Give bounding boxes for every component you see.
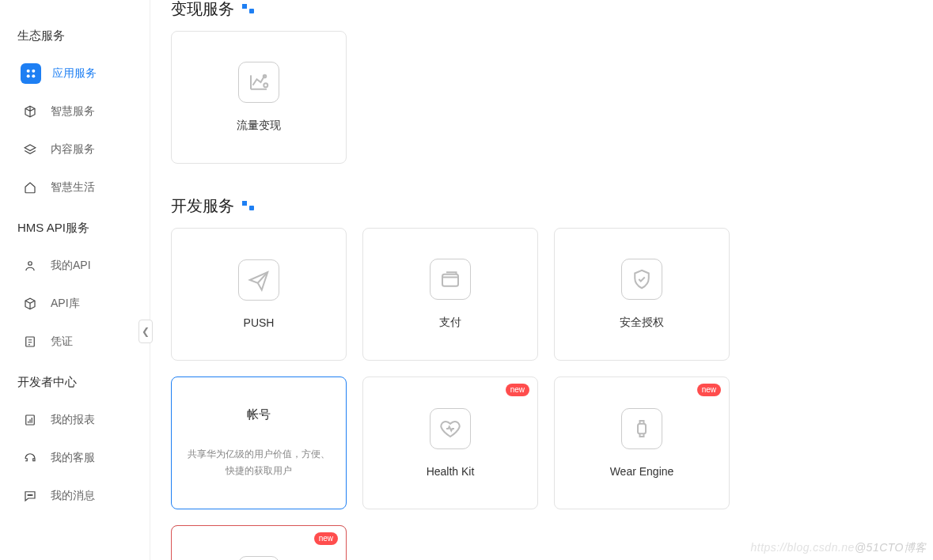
sidebar-item-label: 我的API: [51, 259, 91, 273]
sidebar-item-smart-service[interactable]: 智慧服务: [0, 93, 150, 131]
sidebar-item-smart-life[interactable]: 智慧生活: [0, 168, 150, 206]
paper-plane-icon: [238, 259, 279, 301]
sidebar-item-api-lib[interactable]: API库: [0, 285, 150, 323]
card-traffic-monetize[interactable]: 流量变现: [171, 31, 347, 164]
box-icon: [21, 294, 40, 313]
sidebar: 生态服务 应用服务 智慧服务 内容服务 智慧生活: [0, 0, 150, 560]
sidebar-item-my-support[interactable]: 我的客服: [0, 439, 150, 477]
chevron-left-icon: ❮: [142, 326, 150, 337]
svg-point-0: [27, 70, 30, 73]
svg-point-8: [29, 494, 30, 495]
chat-icon: [21, 486, 40, 505]
sidebar-item-label: 智慧服务: [51, 104, 95, 119]
svg-point-11: [264, 83, 267, 87]
home-icon: [21, 178, 40, 197]
svg-point-2: [27, 74, 30, 78]
sidebar-item-label: API库: [51, 297, 80, 311]
shield-check-icon: [621, 259, 662, 300]
cube-icon: [21, 102, 40, 121]
sidebar-item-my-messages[interactable]: 我的消息: [0, 477, 150, 515]
doc-check-icon: [238, 556, 279, 560]
sidebar-item-label: 内容服务: [51, 142, 95, 157]
section-title-develop: 开发服务: [171, 192, 919, 228]
sidebar-item-label: 智慧生活: [51, 180, 95, 195]
sidebar-collapse-toggle[interactable]: ❮: [138, 320, 153, 343]
sidebar-group-devcenter: 开发者中心: [0, 369, 150, 401]
new-badge: new: [314, 532, 338, 545]
watch-icon: [621, 408, 662, 449]
new-badge: new: [506, 384, 529, 396]
card-label: 支付: [439, 316, 461, 330]
card-account[interactable]: 帐号 共享华为亿级的用户价值，方便、快捷的获取用户: [171, 376, 347, 509]
sidebar-group-eco: 生态服务: [0, 22, 150, 55]
new-badge: new: [697, 384, 721, 396]
heart-icon: [430, 408, 471, 449]
sidebar-item-label: 我的客服: [51, 451, 95, 465]
report-icon: [21, 411, 40, 429]
card-label: 安全授权: [620, 316, 664, 330]
wallet-icon: [430, 259, 471, 300]
svg-rect-12: [442, 274, 458, 286]
card-hover-title: 帐号: [247, 407, 271, 422]
card-label: 流量变现: [237, 119, 281, 133]
sidebar-item-content-service[interactable]: 内容服务: [0, 131, 150, 168]
credential-icon: [21, 332, 40, 351]
svg-point-7: [28, 494, 28, 495]
person-api-icon: [21, 256, 40, 275]
card-label: Wear Engine: [610, 465, 674, 478]
svg-point-9: [32, 494, 32, 495]
sidebar-item-label: 凭证: [51, 335, 73, 349]
section-title-monetize: 变现服务: [171, 0, 919, 31]
card-security-auth[interactable]: 安全授权: [554, 228, 730, 361]
main-content: 变现服务 流量变现 开发服务: [150, 0, 933, 560]
sidebar-item-label: 应用服务: [52, 66, 97, 81]
svg-rect-13: [638, 424, 646, 434]
sidebar-item-credentials[interactable]: 凭证: [0, 323, 150, 361]
sidebar-item-label: 我的报表: [51, 413, 95, 427]
card-wear-engine[interactable]: new Wear Engine: [554, 376, 730, 509]
card-harmonyos-auth[interactable]: new HarmonyOS开发者授权: [171, 525, 347, 560]
sidebar-item-my-api[interactable]: 我的API: [0, 247, 150, 285]
card-pay[interactable]: 支付: [362, 228, 538, 361]
card-health-kit[interactable]: new Health Kit: [362, 376, 538, 509]
sidebar-group-hms: HMS API服务: [0, 214, 150, 247]
headset-icon: [21, 448, 40, 467]
svg-point-4: [28, 262, 32, 266]
card-label: Health Kit: [427, 465, 475, 478]
sidebar-item-my-reports[interactable]: 我的报表: [0, 401, 150, 439]
title-decoration-icon: [242, 201, 258, 212]
card-label: PUSH: [244, 316, 275, 329]
layers-icon: [21, 140, 40, 159]
chart-line-icon: [238, 62, 279, 103]
app-icon: [21, 63, 41, 84]
card-push[interactable]: PUSH: [171, 228, 347, 361]
svg-point-3: [32, 74, 35, 78]
title-decoration-icon: [242, 4, 258, 15]
svg-point-1: [32, 70, 35, 73]
sidebar-item-app-service[interactable]: 应用服务: [0, 55, 150, 93]
card-hover-desc: 共享华为亿级的用户价值，方便、快捷的获取用户: [172, 446, 346, 479]
sidebar-item-label: 我的消息: [51, 489, 95, 503]
